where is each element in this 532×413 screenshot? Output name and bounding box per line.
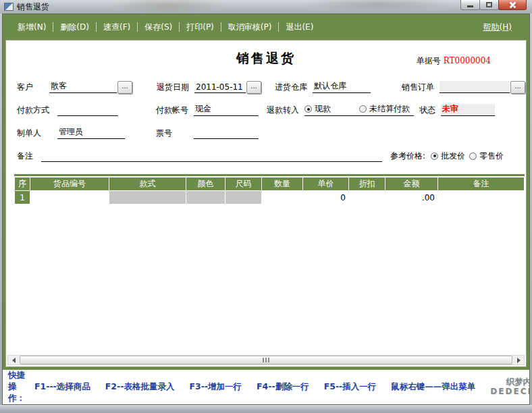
toolbar-delete-button[interactable]: 删除(D) <box>53 20 96 35</box>
app-icon <box>4 3 14 11</box>
cell-item-code[interactable] <box>30 191 109 204</box>
cell-discount[interactable] <box>349 191 385 204</box>
return-date-field[interactable]: 2011-05-11 <box>194 81 246 93</box>
scrollbar-thumb[interactable] <box>20 356 512 364</box>
payment-account-label: 付款帐号 <box>156 105 188 116</box>
form-row-4: 备注 参考价格: 批发价 零售价 <box>6 144 526 167</box>
radio-icon <box>304 105 312 113</box>
col-item-code[interactable]: 货品编号 <box>30 177 109 190</box>
grid-header-row: 序 货品编号 款式 颜色 尺码 数量 单价 折扣 金额 备注 <box>15 177 524 190</box>
refund-to-options: 现款 未结算付款 <box>304 104 414 116</box>
toolbar: 新增(N) 删除(D) 速查(F) 保存(S) 打印(P) 取消审核(P) 退出… <box>5 14 527 40</box>
sales-order-label: 销售订单 <box>402 82 434 93</box>
maximize-button[interactable] <box>479 0 499 10</box>
cell-color[interactable] <box>186 191 225 204</box>
refund-cash-radio[interactable]: 现款 <box>304 103 331 115</box>
payment-method-field[interactable] <box>57 104 118 116</box>
cell-amount[interactable]: .00 <box>385 191 437 204</box>
horizontal-scrollbar[interactable] <box>7 355 525 365</box>
status-label: 状态 <box>419 105 435 116</box>
toolbar-help-button[interactable]: 帮助(H) <box>474 20 521 35</box>
minimize-button[interactable] <box>460 0 480 10</box>
cell-style[interactable] <box>109 191 186 204</box>
toolbar-quick-search-button[interactable]: 速查(F) <box>97 20 137 35</box>
close-icon <box>509 2 516 8</box>
customer-label: 客户 <box>17 82 49 93</box>
doc-number-value: RT0000004 <box>444 56 491 65</box>
toolbar-exit-button[interactable]: 退出(E) <box>279 20 320 35</box>
ref-price-label: 参考价格: <box>390 150 425 162</box>
document-header: 销售退货 单据号RT0000004 <box>6 40 526 76</box>
customer-browse-button[interactable]: ... <box>117 81 132 94</box>
doc-number-label: 单据号 <box>417 56 441 65</box>
creator-field[interactable]: 管理员 <box>57 127 125 139</box>
header-form: 客户 散客 ... 退货日期 2011-05-11 ... 进货仓库 默认仓库 … <box>6 76 526 169</box>
toolbar-print-button[interactable]: 打印(P) <box>180 20 221 35</box>
col-amount[interactable]: 金额 <box>385 177 437 190</box>
status-field: 未审 <box>441 104 495 116</box>
window-controls <box>461 0 532 13</box>
warehouse-label: 进货仓库 <box>275 82 307 93</box>
refund-unsettled-radio[interactable]: 未结算付款 <box>359 103 410 115</box>
warehouse-field[interactable]: 默认仓库 <box>313 81 371 93</box>
toolbar-cancel-audit-button[interactable]: 取消审核(P) <box>221 20 279 35</box>
cell-size[interactable] <box>225 191 261 204</box>
col-color[interactable]: 颜色 <box>186 177 225 190</box>
remark-field[interactable] <box>41 150 382 162</box>
shortcut-right-click: 鼠标右键——弹出菜单 <box>391 381 475 393</box>
retail-price-radio[interactable]: 零售价 <box>469 150 504 162</box>
payment-account-field[interactable]: 现金 <box>194 104 259 116</box>
cell-unit-price[interactable]: 0 <box>303 191 348 204</box>
wholesale-price-radio[interactable]: 批发价 <box>431 150 465 162</box>
shortcut-f5: F5--插入一行 <box>324 381 377 393</box>
creator-label: 制单人 <box>17 128 57 139</box>
watermark-line1: 织梦内容管理系统 <box>490 377 530 387</box>
toolbar-new-button[interactable]: 新增(N) <box>11 20 53 35</box>
col-remark[interactable]: 备注 <box>438 177 524 190</box>
document-panel: 销售退货 单据号RT0000004 客户 散客 ... 退货日期 2011-05… <box>5 40 527 367</box>
return-date-browse-button[interactable]: ... <box>246 81 261 94</box>
status-bar: 快捷操作： F1---选择商品 F2--表格批量录入 F3--增加一行 F4--… <box>3 370 529 404</box>
watermark: 织梦内容管理系统 DEDECMS.COM <box>490 377 530 396</box>
col-qty[interactable]: 数量 <box>262 177 302 190</box>
col-seq[interactable]: 序 <box>15 177 30 190</box>
return-date-label: 退货日期 <box>157 82 189 93</box>
arrow-left-icon <box>12 358 16 363</box>
minimize-icon <box>467 5 473 7</box>
toolbar-save-button[interactable]: 保存(S) <box>138 20 179 35</box>
customer-field[interactable]: 散客 <box>49 81 117 93</box>
maximize-icon <box>486 2 492 7</box>
refund-cash-label: 现款 <box>315 103 331 115</box>
shortcut-f3: F3--增加一行 <box>189 381 242 393</box>
wholesale-price-label: 批发价 <box>441 150 465 162</box>
window-bottom-frame <box>0 405 532 413</box>
ticket-label: 票号 <box>156 128 172 139</box>
shortcut-f2: F2--表格批量录入 <box>105 381 175 393</box>
col-unit-price[interactable]: 单价 <box>303 177 348 190</box>
refund-unsettled-label: 未结算付款 <box>369 103 410 115</box>
cell-remark[interactable] <box>438 191 524 204</box>
col-discount[interactable]: 折扣 <box>349 177 385 190</box>
sales-order-browse-button[interactable]: ... <box>510 81 525 94</box>
sales-order-field[interactable] <box>440 81 510 93</box>
col-style[interactable]: 款式 <box>109 177 186 190</box>
cell-seq: 1 <box>15 191 30 204</box>
ticket-field[interactable] <box>194 127 259 139</box>
doc-number: 单据号RT0000004 <box>417 55 491 67</box>
arrow-right-icon <box>517 358 521 363</box>
detail-grid: 序 货品编号 款式 颜色 尺码 数量 单价 折扣 金额 备注 <box>6 169 526 355</box>
refund-to-label: 退款转入 <box>267 105 299 116</box>
cell-qty[interactable] <box>262 191 302 204</box>
radio-icon <box>431 153 438 160</box>
app-window: 销售退货 新增(N) 删除(D) 速查(F) 保存(S) 打印(P) 取消审核(… <box>0 0 532 413</box>
title-bar: 销售退货 <box>0 0 532 13</box>
scroll-right-button[interactable] <box>513 356 524 364</box>
grid-top-border <box>14 174 525 176</box>
app-frame: 新增(N) 删除(D) 速查(F) 保存(S) 打印(P) 取消审核(P) 退出… <box>2 13 530 405</box>
remark-label: 备注 <box>17 150 41 162</box>
scroll-left-button[interactable] <box>8 356 19 364</box>
form-row-3: 制单人 管理员 票号 <box>6 121 526 144</box>
close-button[interactable] <box>498 0 527 10</box>
col-size[interactable]: 尺码 <box>225 177 261 190</box>
watermark-line2: DEDECMS.COM <box>490 387 530 397</box>
